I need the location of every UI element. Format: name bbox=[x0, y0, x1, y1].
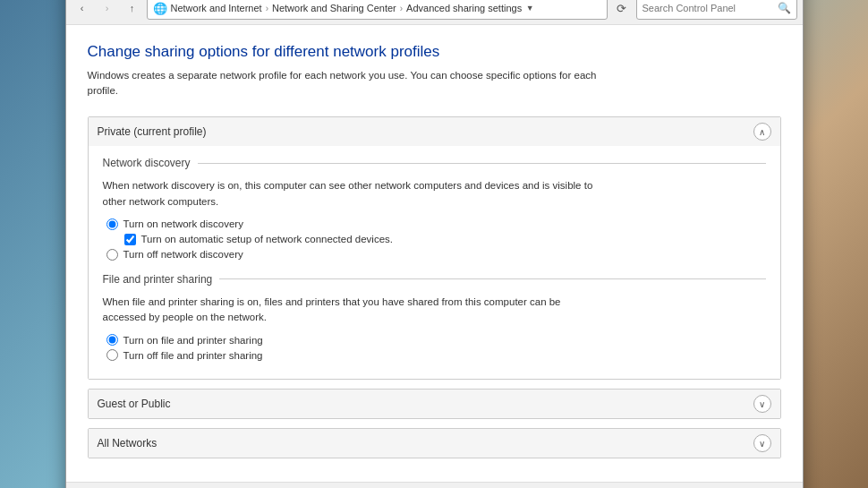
all-networks-section: All Networks ∨ bbox=[88, 428, 781, 458]
footer: 💾 Save changes Cancel bbox=[66, 482, 803, 488]
breadcrumb-sep-0: › bbox=[266, 4, 268, 13]
network-discovery-divider bbox=[198, 163, 766, 164]
breadcrumb-dropdown[interactable]: ▼ bbox=[522, 0, 538, 18]
fp-off-label[interactable]: Turn off file and printer sharing bbox=[123, 350, 263, 361]
all-networks-toggle-icon: ∨ bbox=[759, 439, 765, 449]
nd-auto-option: Turn on automatic setup of network conne… bbox=[124, 234, 766, 245]
nd-off-option: Turn off network discovery bbox=[103, 249, 766, 261]
fp-on-option: Turn on file and printer sharing bbox=[103, 334, 766, 346]
private-section-body: Network discovery When network discovery… bbox=[89, 146, 780, 379]
fp-off-option: Turn off file and printer sharing bbox=[103, 349, 766, 361]
private-toggle[interactable]: ∧ bbox=[753, 123, 771, 141]
address-bar: ‹ › ↑ 🌐 Network and Internet › Network a… bbox=[66, 0, 803, 25]
network-discovery-title: Network discovery bbox=[103, 157, 191, 169]
up-button[interactable]: ↑ bbox=[122, 0, 143, 19]
guest-toggle-icon: ∨ bbox=[759, 399, 765, 409]
nd-auto-checkbox[interactable] bbox=[124, 234, 136, 245]
file-printer-header: File and printer sharing bbox=[89, 273, 780, 286]
file-printer-title: File and printer sharing bbox=[103, 273, 213, 286]
fp-on-label[interactable]: Turn on file and printer sharing bbox=[123, 335, 263, 346]
fp-on-radio[interactable] bbox=[106, 334, 118, 346]
nd-off-label[interactable]: Turn off network discovery bbox=[123, 249, 243, 260]
all-networks-section-header[interactable]: All Networks ∨ bbox=[89, 429, 780, 458]
main-window: 🔒 Advanced sharing settings − □ ✕ ‹ › ↑ … bbox=[65, 0, 804, 488]
search-bar: 🔍 bbox=[636, 0, 797, 20]
breadcrumb-item-0[interactable]: Network and Internet bbox=[171, 3, 262, 13]
all-networks-toggle[interactable]: ∨ bbox=[753, 434, 771, 452]
breadcrumb-item-1[interactable]: Network and Sharing Center bbox=[272, 3, 396, 13]
page-title: Change sharing options for different net… bbox=[88, 43, 781, 61]
private-toggle-icon: ∧ bbox=[759, 127, 765, 137]
breadcrumb-sep-1: › bbox=[400, 4, 403, 13]
page-subtitle: Windows creates a separate network profi… bbox=[88, 68, 607, 99]
guest-section-header[interactable]: Guest or Public ∨ bbox=[89, 390, 780, 418]
nd-on-radio[interactable] bbox=[106, 218, 118, 230]
file-printer-description: When file and printer sharing is on, fil… bbox=[103, 295, 604, 326]
network-icon: 🌐 bbox=[153, 2, 167, 15]
back-button[interactable]: ‹ bbox=[72, 0, 93, 19]
nd-on-option: Turn on network discovery bbox=[103, 218, 766, 230]
network-discovery-description: When network discovery is on, this compu… bbox=[103, 178, 604, 210]
nd-off-radio[interactable] bbox=[106, 249, 118, 261]
nd-auto-label[interactable]: Turn on automatic setup of network conne… bbox=[141, 234, 393, 244]
forward-button[interactable]: › bbox=[97, 0, 118, 19]
guest-section-title: Guest or Public bbox=[98, 398, 753, 410]
network-discovery-header: Network discovery bbox=[89, 157, 780, 169]
all-networks-section-title: All Networks bbox=[98, 437, 753, 449]
search-icon: 🔍 bbox=[778, 2, 791, 14]
private-section-header[interactable]: Private (current profile) ∧ bbox=[89, 117, 780, 146]
guest-section: Guest or Public ∨ bbox=[88, 389, 781, 419]
refresh-button[interactable]: ⟳ bbox=[611, 0, 633, 19]
breadcrumb: 🌐 Network and Internet › Network and Sha… bbox=[147, 0, 608, 20]
content-area: Change sharing options for different net… bbox=[66, 25, 803, 483]
private-section-title: Private (current profile) bbox=[98, 125, 753, 138]
breadcrumb-item-2[interactable]: Advanced sharing settings bbox=[406, 3, 522, 13]
guest-toggle[interactable]: ∨ bbox=[753, 395, 771, 413]
private-section: Private (current profile) ∧ Network disc… bbox=[88, 116, 781, 380]
nd-on-label[interactable]: Turn on network discovery bbox=[123, 218, 243, 229]
search-input[interactable] bbox=[642, 3, 778, 13]
file-printer-divider bbox=[219, 278, 765, 279]
fp-off-radio[interactable] bbox=[106, 349, 118, 361]
